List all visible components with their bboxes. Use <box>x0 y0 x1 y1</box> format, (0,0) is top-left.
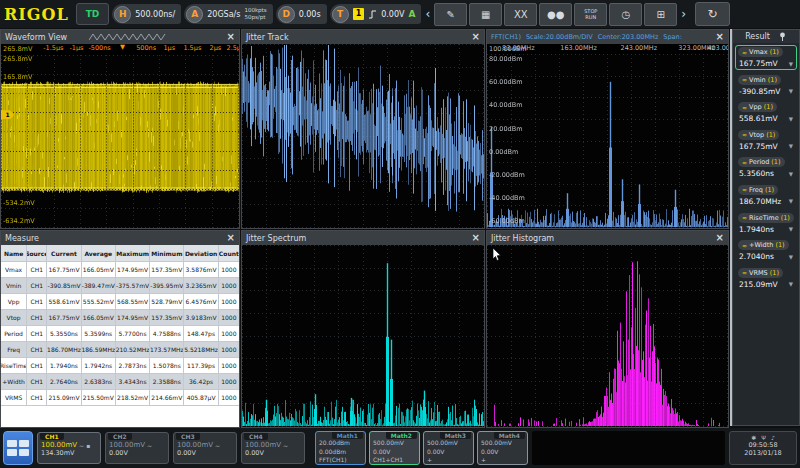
chevron-down-icon[interactable]: ▼ <box>789 116 793 122</box>
chevron-down-icon[interactable]: ▼ <box>789 226 793 232</box>
eye-diagram-icon[interactable]: XX <box>504 3 537 26</box>
measure-row-Vmax[interactable]: VmaxCH1167.75mV166.05mV174.95mV157.35mV3… <box>1 262 239 278</box>
math-box-Math1[interactable]: Math120.00dBm0.00dBmFFT(CH1) <box>315 431 366 465</box>
measure-row-Vpp[interactable]: VppCH1558.61mV555.52mV568.55mV528.79mV6.… <box>1 294 239 310</box>
measure-row-+Width[interactable]: +WidthCH12.7640ns2.6383ns3.4343ns2.3588n… <box>1 374 239 390</box>
stop-run-button[interactable]: STOPRUN <box>574 3 607 26</box>
result-item-RiseTime[interactable]: ≈RiseTime(1)1.7940ns▼ <box>735 211 797 236</box>
memory-depth: 100kpts50ps/pt <box>244 7 266 20</box>
channel-box-CH1[interactable]: CH1100.00mV~▪134.30mV <box>37 432 101 464</box>
math-tab[interactable]: Math1 <box>332 432 363 439</box>
waveform-view-header[interactable]: Waveform View × <box>1 30 239 44</box>
toolbar-nav-right-icon[interactable]: › <box>680 8 687 20</box>
channel-scale: 100.00mV~▪ <box>41 441 97 449</box>
channel-tab[interactable]: CH2 <box>108 433 132 440</box>
measure-cell: 167.75mV <box>47 310 81 325</box>
channel-box-CH4[interactable]: CH4100.00mV~0.00V <box>241 432 305 464</box>
math-tab[interactable]: Math2 <box>386 432 417 439</box>
close-icon[interactable]: × <box>716 233 724 243</box>
measure-row-Period[interactable]: PeriodCH15.3550ns5.3599ns5.7700ns4.7588n… <box>1 326 239 342</box>
jitter-spectrum-header[interactable]: Jitter Spectrum × <box>242 231 484 245</box>
measure-row-VRMS[interactable]: VRMSCH1215.09mV215.50mV218.52mV214.66mV4… <box>1 390 239 406</box>
channel-scale: 100.00mV~ <box>177 441 233 449</box>
measure-cell: 173.57MHz <box>150 342 184 357</box>
chevron-down-icon[interactable]: ▼ <box>789 198 793 204</box>
refresh-power-icon[interactable]: ↻ <box>695 2 730 26</box>
window-layout-icon[interactable]: ⊞ <box>644 3 677 26</box>
close-icon[interactable]: × <box>227 233 235 243</box>
measurement-icon: ≈ <box>742 269 747 276</box>
result-item-Freq[interactable]: ≈Freq(1)186.70MHz▼ <box>735 183 797 208</box>
chevron-down-icon[interactable]: ▼ <box>789 281 793 287</box>
jitter-histogram-header[interactable]: Jitter Histogram × <box>487 231 728 245</box>
result-item-VRMS[interactable]: ≈VRMS(1)215.09mV▼ <box>735 266 797 291</box>
delay-group[interactable]: D 0.00s <box>276 4 327 24</box>
history-icon[interactable]: ◷ <box>609 3 642 26</box>
result-item-Vmin[interactable]: ≈Vmin(1)-390.85mV▼ <box>735 73 797 98</box>
result-item-value: 186.70MHz▼ <box>738 195 794 206</box>
delay-key-icon[interactable]: D <box>278 6 295 23</box>
measure-row-Vmin[interactable]: VminCH1-390.85mV-389.47mV-375.57mV-395.9… <box>1 278 239 294</box>
trigger-group[interactable]: T 1 0.00V A <box>330 4 422 24</box>
dots-display-icon[interactable]: ●● <box>539 3 572 26</box>
result-item-Period[interactable]: ≈Period(1)5.3560ns▼ <box>735 155 797 180</box>
measure-cell: CH1 <box>27 390 47 405</box>
result-item-Vmax[interactable]: ≈Vmax(1)167.75mV▼ <box>735 45 797 70</box>
pin-icon[interactable] <box>778 32 787 41</box>
toolbar-nav-left-icon[interactable]: ‹ <box>424 8 431 20</box>
measure-cell: 1000 <box>219 390 239 405</box>
mode-td-button[interactable]: TD <box>76 3 110 25</box>
acquire-group[interactable]: A 20GSa/s 100kpts50ps/pt <box>184 4 272 24</box>
close-icon[interactable]: × <box>716 32 724 42</box>
result-item-Vpp[interactable]: ≈Vpp(1)558.61mV▼ <box>735 100 797 125</box>
horizontal-group[interactable]: H 500.00ns/ <box>112 4 181 24</box>
measure-header-cell: Count <box>219 245 239 261</box>
grid-settings-icon[interactable]: ▦ <box>469 3 502 26</box>
measure-header[interactable]: Measure × <box>1 231 239 245</box>
result-item-+Width[interactable]: ≈+Width(1)2.7040ns▼ <box>735 238 797 263</box>
trigger-source-chip[interactable]: 1 <box>353 8 365 20</box>
measurement-icon: ≈ <box>742 49 747 56</box>
trigger-position-marker[interactable]: ▼ <box>120 44 125 51</box>
measure-row-RiseTime[interactable]: RiseTimeCH11.7940ns1.7942ns2.7873ns1.507… <box>1 358 239 374</box>
measure-cell: 5.3550ns <box>47 326 81 341</box>
chevron-down-icon[interactable]: ▼ <box>789 143 793 149</box>
chevron-down-icon[interactable]: ▼ <box>789 61 793 67</box>
result-item-Vtop[interactable]: ≈Vtop(1)167.75mV▼ <box>735 128 797 153</box>
trigger-key-icon[interactable]: T <box>332 6 349 23</box>
math-box-Math4[interactable]: Math4500.00mV0.00V+ <box>477 431 528 465</box>
horizontal-key-icon[interactable]: H <box>114 6 131 23</box>
close-icon[interactable]: × <box>472 32 480 42</box>
acquire-key-icon[interactable]: A <box>186 6 203 23</box>
math-box-Math2[interactable]: Math2500.00mV0.00VCH1+CH1 <box>369 431 420 465</box>
window-layout-button[interactable] <box>3 431 33 465</box>
math-box-Math3[interactable]: Math3500.00mV0.00V+ <box>423 431 474 465</box>
channel-box-CH2[interactable]: CH2100.00mV~0.00V <box>105 432 169 464</box>
chevron-down-icon[interactable]: ▼ <box>789 254 793 260</box>
measure-cell: 2.7640ns <box>47 374 81 389</box>
measure-row-Vtop[interactable]: VtopCH1167.75mV166.05mV174.95mV157.35mV3… <box>1 310 239 326</box>
close-icon[interactable]: × <box>472 233 480 243</box>
channel-tab[interactable]: CH4 <box>244 433 268 440</box>
measure-cell: 5.5218MHz <box>184 342 218 357</box>
fft-header[interactable]: FFT(CH1) Scale:20.00dBm/DIV Center:203.0… <box>487 30 728 44</box>
math-tab[interactable]: Math3 <box>440 432 471 439</box>
math-tab[interactable]: Math4 <box>494 432 525 439</box>
measure-cell: +Width <box>1 374 27 389</box>
measure-cell: 1000 <box>219 358 239 373</box>
channel-box-CH3[interactable]: CH3100.00mV~0.00V <box>173 432 237 464</box>
measure-cell: 210.52MHz <box>116 342 150 357</box>
close-icon[interactable]: × <box>227 32 235 42</box>
measure-cell: 1000 <box>219 326 239 341</box>
channel-tab[interactable]: CH3 <box>176 433 200 440</box>
jitter-track-header[interactable]: Jitter Track × <box>242 30 484 44</box>
time-axis-label: 2.5μs <box>226 44 239 52</box>
chevron-down-icon[interactable]: ▼ <box>789 171 793 177</box>
measure-row-Freq[interactable]: FreqCH1186.70MHz186.59MHz210.52MHz173.57… <box>1 342 239 358</box>
result-item-label: ≈Vpp(1) <box>738 102 777 112</box>
measure-tools-icon[interactable]: ✎ <box>434 3 467 26</box>
channel-tab[interactable]: CH1 <box>40 433 64 440</box>
measure-cell: 1.7940ns <box>47 358 81 373</box>
chevron-down-icon[interactable]: ▼ <box>789 88 793 94</box>
trigger-slope-icon <box>368 9 377 20</box>
